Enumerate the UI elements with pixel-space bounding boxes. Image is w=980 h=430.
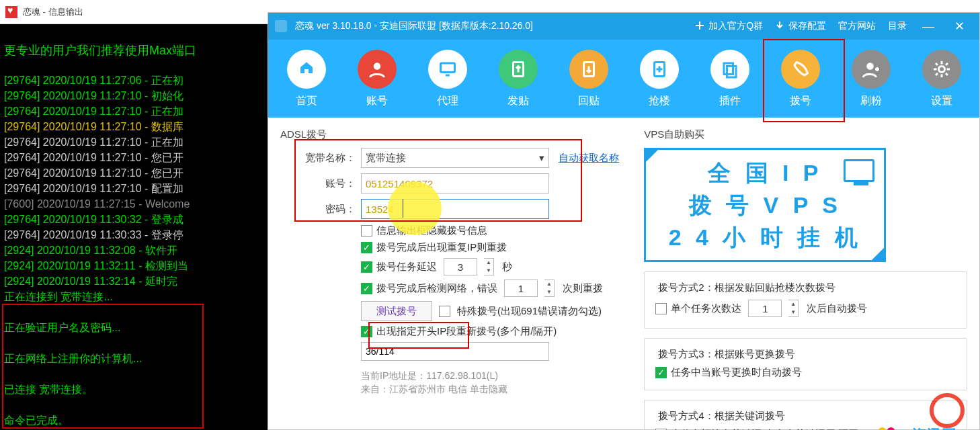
monitor-icon: [428, 50, 467, 89]
toolbar-upload[interactable]: 发贴: [485, 50, 552, 108]
row-net-check: 拨号完成后检测网络，错误 1▲▼ 次则重拨: [361, 280, 637, 297]
svg-point-7: [866, 62, 874, 70]
row-delay: 拨号任务延迟 3▲▼ 秒: [361, 258, 637, 275]
toolbar-label: 账号: [366, 94, 388, 108]
delay-value[interactable]: 3: [444, 258, 477, 275]
svg-rect-6: [727, 66, 736, 77]
toolbar-phone[interactable]: 拨号: [767, 50, 834, 108]
close-button[interactable]: ✕: [946, 19, 973, 34]
vps-pane: VPS自助购买 全 国 I P 拨 号 V P S 2 4 小 时 挂 机 拨号…: [644, 124, 967, 430]
password-label: 密码：: [280, 203, 361, 216]
console-headline: 更专业的用户我们推荐使用Max端口: [4, 44, 196, 57]
svg-point-8: [938, 66, 944, 72]
toolbar-copy[interactable]: 插件: [696, 50, 764, 108]
svg-rect-5: [724, 63, 733, 75]
auto-get-name-link[interactable]: 自动获取名称: [559, 152, 619, 165]
toolbar-label: 发贴: [507, 94, 529, 108]
svg-point-0: [373, 62, 380, 70]
toolbar-label: 设置: [931, 94, 952, 108]
toolbar-label: 插件: [719, 94, 741, 108]
dial-method-2-title: 拨号方式2：根据发贴回贴抢楼次数拨号: [655, 282, 838, 294]
broadband-name-combo[interactable]: 宽带连接 ▾: [361, 148, 549, 168]
account-input[interactable]: [361, 173, 549, 194]
toolbar-label: 拨号: [790, 94, 811, 108]
toolbar-plus-doc[interactable]: 抢楼: [626, 50, 693, 108]
toolbar-gear[interactable]: 设置: [908, 50, 975, 108]
row-repeat-ip: 拨号完成后出现重复IP则重拨: [361, 241, 637, 254]
ip-meta: 当前IP地址是：117.62.98.101(L) 来自：江苏省苏州市 电信 单击…: [361, 369, 637, 396]
toolbar-home[interactable]: 首页: [273, 50, 340, 108]
ip-from[interactable]: 来自：江苏省苏州市 电信 单击隐藏: [361, 382, 637, 396]
monitor-icon: [844, 159, 874, 182]
console-body: 更专业的用户我们推荐使用Max端口 [29764] 2020/10/19 11:…: [0, 24, 268, 430]
text-caret-icon: [403, 199, 403, 218]
vps-section-title: VPS自助购买: [644, 128, 967, 141]
checkbox-hide-info[interactable]: [361, 225, 372, 236]
app-icon: [275, 20, 287, 32]
menu-official-site[interactable]: 官方网站: [834, 20, 880, 32]
toolbar-label: 刷粉: [860, 94, 882, 108]
upload-icon: [499, 50, 538, 89]
row-test-dial: 测试拨号 特殊拨号(出现691错误请勿勾选): [361, 301, 637, 321]
row-ipseg: 出现指定开头IP段重新拨号(多个用/隔开): [361, 325, 637, 338]
toolbar: 首页 账号 代理 发贴 回贴 抢楼 插件: [268, 40, 979, 118]
checkbox-special-dial[interactable]: [439, 306, 450, 317]
method2-value[interactable]: 1: [748, 300, 782, 317]
console-title: 恋魂 - 信息输出: [23, 6, 83, 18]
user-icon: [358, 50, 397, 89]
app-title: 恋魂 ver 3.10.18.0 - 安迪国际联盟 [数据库版本:2.10.26…: [295, 20, 533, 32]
checkbox-method2[interactable]: [655, 303, 667, 314]
checkbox-delay[interactable]: [361, 261, 372, 273]
delay-spinner[interactable]: ▲▼: [484, 258, 494, 275]
chevron-down-icon: ▾: [539, 152, 544, 164]
current-ip: 当前IP地址是：117.62.98.101(L): [361, 369, 637, 382]
dial-method-2-group: 拨号方式2：根据发贴回贴抢楼次数拨号 单个任务次数达 1▲▼ 次后自动拨号: [644, 271, 967, 329]
ipseg-input[interactable]: [361, 342, 549, 361]
menu-save-config[interactable]: 保存配置: [771, 20, 830, 32]
menu-directory[interactable]: 目录: [884, 20, 911, 32]
console-window: 恋魂 - 信息输出 更专业的用户我们推荐使用Max端口 [29764] 2020…: [0, 0, 268, 430]
net-retry-value[interactable]: 1: [504, 280, 538, 297]
heart-icon: [5, 6, 17, 18]
checkbox-method3[interactable]: [655, 367, 667, 378]
toolbar-label: 首页: [296, 94, 317, 108]
toolbar-monitor[interactable]: 代理: [414, 50, 481, 108]
toolbar-label: 抢楼: [649, 94, 670, 108]
toolbar-label: 代理: [437, 94, 458, 108]
toolbar-user[interactable]: 账号: [343, 50, 411, 108]
flower-icon: [879, 427, 895, 430]
home-icon: [287, 50, 326, 89]
account-label: 账号：: [280, 177, 361, 190]
method2-spinner[interactable]: ▲▼: [788, 300, 799, 317]
content: ADSL拨号 宽带名称： 宽带连接 ▾ 自动获取名称 账号： 密码：: [268, 118, 979, 430]
menubar: 恋魂 ver 3.10.18.0 - 安迪国际联盟 [数据库版本:2.10.26…: [268, 13, 979, 40]
plus-doc-icon: [640, 50, 679, 89]
row-account: 账号：: [280, 173, 637, 194]
user-add-icon: [852, 50, 891, 89]
menu-join-qgroup[interactable]: 加入官方Q群: [691, 20, 767, 32]
minimize-button[interactable]: —: [915, 19, 942, 34]
toolbar-label: 回贴: [578, 94, 600, 108]
toolbar-download[interactable]: 回贴: [555, 50, 622, 108]
app-window: 恋魂 ver 3.10.18.0 - 安迪国际联盟 [数据库版本:2.10.26…: [268, 12, 980, 430]
watermark: AI资讯网: [879, 425, 956, 430]
checkbox-ipseg[interactable]: [361, 326, 372, 337]
adsl-pane: ADSL拨号 宽带名称： 宽带连接 ▾ 自动获取名称 账号： 密码：: [280, 124, 637, 430]
dial-method-4-title: 拨号方式4：根据关键词拨号: [655, 410, 787, 423]
toolbar-user-add[interactable]: 刷粉: [838, 50, 905, 108]
row-password: 密码：: [280, 199, 637, 219]
adsl-section-title: ADSL拨号: [280, 128, 637, 141]
red-ring-annotation: [930, 393, 965, 428]
broadband-name-label: 宽带名称：: [280, 152, 361, 165]
copy-icon: [710, 50, 749, 89]
checkbox-repeat-ip[interactable]: [361, 242, 372, 253]
vps-banner[interactable]: 全 国 I P 拨 号 V P S 2 4 小 时 挂 机: [644, 148, 886, 262]
svg-rect-1: [440, 63, 454, 73]
row-ipseg-input: [361, 342, 637, 361]
download-icon: [569, 50, 608, 89]
password-input[interactable]: [361, 199, 549, 219]
net-spinner[interactable]: ▲▼: [544, 280, 555, 297]
test-dial-button[interactable]: 测试拨号: [361, 301, 432, 321]
checkbox-net-check[interactable]: [361, 283, 372, 294]
dial-method-3-title: 拨号方式3：根据账号更换拨号: [655, 348, 797, 361]
